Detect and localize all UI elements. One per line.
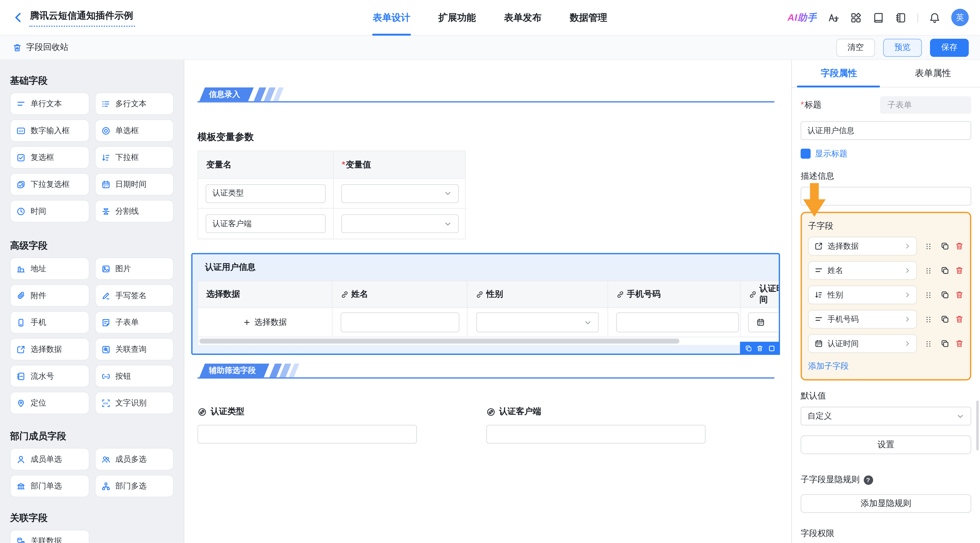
help-icon[interactable]: ? (864, 475, 873, 484)
sidebar-item-multi-dropdown[interactable]: 下拉复选框 (10, 173, 89, 195)
sidebar-item-number-input[interactable]: 数字输入框 (10, 119, 89, 142)
delete-subfield-icon[interactable] (955, 339, 964, 348)
apps-grid-icon[interactable] (850, 11, 862, 23)
delete-subfield-icon[interactable] (955, 266, 964, 275)
sidebar-item-divider[interactable]: 分割线 (95, 200, 174, 222)
filter-field-input[interactable] (197, 425, 417, 443)
attachment-icon (16, 291, 25, 300)
show-title-checkbox[interactable]: 显示标题 (801, 148, 971, 159)
sidebar-item-single-line-text[interactable]: 单行文本 (10, 92, 89, 115)
copy-subfield-icon[interactable] (940, 242, 949, 251)
sidebar-item-signature[interactable]: 手写签名 (95, 284, 174, 307)
subfield-item[interactable]: 手机号码 (808, 310, 917, 329)
sidebar-item-multi-line-text[interactable]: 多行文本 (95, 92, 174, 115)
sidebar-item-lookup[interactable]: 关联查询 (95, 338, 174, 360)
add-visibility-rule-button[interactable]: 添加显隐规则 (801, 494, 971, 513)
drag-handle-icon[interactable] (924, 340, 932, 348)
subform-horizontal-scrollbar[interactable] (197, 337, 779, 345)
checkbox-checked-icon[interactable] (801, 149, 811, 159)
subfield-item[interactable]: 选择数据 (808, 237, 917, 256)
section-title-dept-member-fields: 部门成员字段 (10, 430, 174, 442)
variable-value-select[interactable] (341, 184, 459, 203)
variable-name-input[interactable]: 认证客户端 (205, 214, 326, 233)
avatar[interactable]: 英 (951, 9, 969, 26)
sidebar-item-related-data[interactable]: 关联数据 (10, 530, 89, 543)
select-component-icon[interactable] (768, 345, 775, 352)
sidebar-item-select-data[interactable]: 选择数据 (10, 338, 89, 360)
chevron-down-icon (444, 219, 452, 227)
panel-scrollbar-thumb[interactable] (976, 400, 978, 450)
sidebar-item-location[interactable]: 定位 (10, 392, 89, 414)
sidebar-item-attachment[interactable]: 附件 (10, 284, 89, 307)
subform-component-selected[interactable]: 认证用户信息 选择数据 姓名 性别 手机号码 认证时间 选择数据 (191, 253, 780, 355)
back-icon[interactable] (13, 12, 24, 23)
drag-handle-icon[interactable] (924, 267, 932, 275)
filter-field-input[interactable] (486, 425, 705, 443)
notification-bell-icon[interactable] (929, 11, 940, 23)
sidebar-item-checkbox[interactable]: 复选框 (10, 146, 89, 169)
drag-handle-icon[interactable] (924, 315, 932, 323)
tab-data-management[interactable]: 数据管理 (570, 0, 607, 36)
guide-book-icon[interactable] (872, 11, 884, 23)
subform-phone-input[interactable] (616, 312, 739, 332)
copy-subfield-icon[interactable] (940, 266, 949, 275)
filter-field-auth-type[interactable]: 认证类型 (197, 406, 486, 443)
subfield-row-gender: 性别 (808, 286, 964, 304)
drag-handle-icon[interactable] (924, 291, 932, 299)
sidebar-item-time[interactable]: 时间 (10, 200, 89, 222)
add-subfield-link[interactable]: 添加子字段 (808, 360, 964, 372)
sidebar-item-serial-number[interactable]: 流水号 (10, 365, 89, 387)
subform-name-input[interactable] (340, 312, 459, 332)
button-icon (101, 372, 110, 381)
sidebar-item-address[interactable]: 地址 (10, 257, 89, 280)
delete-subfield-icon[interactable] (955, 291, 964, 299)
copy-subfield-icon[interactable] (940, 291, 949, 299)
copy-component-icon[interactable] (745, 345, 752, 352)
subfield-item[interactable]: 认证时间 (808, 334, 917, 353)
sidebar-item-member-multi[interactable]: 成员多选 (95, 448, 174, 470)
sidebar-item-subform[interactable]: 子表单 (95, 311, 174, 333)
variable-value-select[interactable] (341, 214, 459, 233)
default-value-select[interactable]: 自定义 (801, 407, 971, 426)
tab-form-design[interactable]: 表单设计 (373, 0, 410, 36)
delete-subfield-icon[interactable] (955, 315, 964, 324)
description-input[interactable] (801, 187, 971, 205)
tab-form-publish[interactable]: 表单发布 (504, 0, 541, 36)
tab-form-properties[interactable]: 表单属性 (886, 60, 980, 87)
subform-auth-time-date-picker[interactable] (748, 312, 779, 332)
filter-field-auth-client[interactable]: 认证客户端 (486, 406, 775, 443)
drag-handle-icon[interactable] (924, 242, 932, 250)
sidebar-item-phone[interactable]: 手机 (10, 311, 89, 333)
clear-button[interactable]: 清空 (836, 38, 875, 57)
save-button[interactable]: 保存 (930, 38, 969, 57)
tab-extensions[interactable]: 扩展功能 (438, 0, 476, 36)
tab-field-properties[interactable]: 字段属性 (792, 60, 886, 87)
delete-component-icon[interactable] (756, 345, 764, 352)
sidebar-item-dept-multi[interactable]: 部门多选 (95, 475, 174, 497)
sidebar-item-radio[interactable]: 单选框 (95, 119, 174, 142)
preview-button[interactable]: 预览 (883, 38, 922, 57)
sidebar-item-datetime[interactable]: 日期时间 (95, 173, 174, 195)
scrollbar-thumb[interactable] (199, 339, 679, 343)
link-icon (749, 290, 757, 298)
ai-assistant-button[interactable]: AI助手 (788, 11, 817, 23)
add-row-button[interactable]: 选择数据 (243, 317, 287, 328)
field-recycle-bin[interactable]: 字段回收站 (13, 42, 68, 53)
sidebar-item-member-single[interactable]: 成员单选 (10, 448, 89, 470)
sidebar-item-dept-single[interactable]: 部门单选 (10, 475, 89, 497)
delete-subfield-icon[interactable] (955, 242, 964, 251)
settings-button[interactable]: 设置 (801, 435, 971, 454)
copy-subfield-icon[interactable] (940, 315, 949, 324)
changelog-icon[interactable] (895, 11, 907, 23)
subform-gender-select[interactable] (476, 312, 599, 332)
sidebar-item-image[interactable]: 图片 (95, 257, 174, 280)
subfield-item[interactable]: 性别 (808, 286, 917, 304)
translate-icon[interactable] (827, 11, 839, 23)
sidebar-item-button[interactable]: 按钮 (95, 365, 174, 387)
sidebar-item-ocr[interactable]: 文字识别 (95, 392, 174, 414)
field-title-input[interactable]: 认证用户信息 (801, 121, 971, 140)
subfield-item[interactable]: 姓名 (808, 261, 917, 280)
variable-name-input[interactable]: 认证类型 (205, 184, 326, 203)
copy-subfield-icon[interactable] (940, 339, 949, 348)
sidebar-item-dropdown[interactable]: 下拉框 (95, 146, 174, 169)
